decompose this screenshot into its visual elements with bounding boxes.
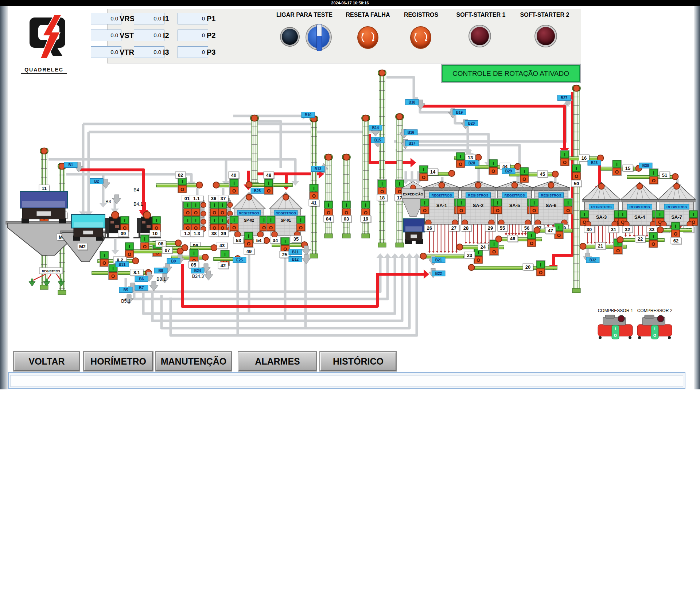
sensor-tag-B15: B15 [371, 137, 384, 143]
tag-box-20: 20 [523, 264, 534, 271]
svg-text:O: O [155, 225, 158, 231]
conveyor-51[interactable]: IO51 [627, 169, 678, 184]
voltar-button[interactable]: VOLTAR [14, 352, 79, 371]
manutencao-button[interactable]: MANUTENÇÃO [156, 352, 232, 371]
sensor-tag-B32: B32 [586, 257, 599, 263]
tag-box-1.1: 1.1 [190, 195, 204, 202]
elevator-18[interactable]: IO18 [377, 70, 388, 248]
sensor-tag-B12: B12 [289, 257, 302, 262]
svg-text:B27: B27 [561, 96, 568, 100]
svg-text:O: O [423, 208, 427, 213]
conveyor-15[interactable]: IO15 [601, 160, 642, 176]
dryer-tower-36[interactable]: IOIOIOIO36373839 [209, 195, 233, 237]
svg-text:62: 62 [673, 238, 678, 244]
tag-box-47: 47 [545, 227, 556, 234]
svg-text:I: I [654, 327, 656, 331]
svg-text:O: O [398, 189, 401, 194]
elevator-03[interactable]: IO03 [341, 154, 352, 238]
svg-text:I: I [567, 200, 569, 206]
hmi-screen: 2024-06-17 16:50:16 QUADRELEC 0.0 VRS 0.… [0, 0, 700, 591]
alarm-message-area [10, 375, 683, 387]
tag-box-07: 07 [162, 247, 173, 254]
dryer-tower-01[interactable]: IOIOIOIO011.11.21.3 [181, 195, 206, 237]
svg-text:23: 23 [467, 253, 472, 258]
pipe [233, 112, 307, 120]
svg-text:43: 43 [219, 243, 225, 248]
silo-SA-4[interactable]: REGISTROSSA-4IOIO3233 [618, 182, 661, 233]
svg-text:B24: B24 [194, 269, 201, 273]
svg-text:M2: M2 [79, 244, 86, 249]
svg-text:I: I [622, 212, 623, 217]
svg-text:I: I [675, 223, 676, 229]
svg-text:COMPRESSOR 1: COMPRESSOR 1 [598, 308, 633, 313]
sensor-tag-B1: B1 [64, 162, 77, 168]
svg-text:O: O [539, 270, 542, 275]
silo-SA-3[interactable]: REGISTROSSA-3IOIO3031 [580, 182, 623, 233]
svg-text:19: 19 [363, 216, 368, 222]
historico-button[interactable]: HISTÓRICO [320, 352, 396, 371]
svg-text:REGISTROS: REGISTROS [591, 205, 612, 209]
svg-text:O: O [213, 210, 216, 215]
tag-box-09: 09 [118, 230, 129, 237]
svg-text:16: 16 [582, 155, 587, 161]
svg-text:B5: B5 [124, 288, 128, 292]
svg-text:EXPEDIÇÃO: EXPEDIÇÃO [403, 192, 423, 196]
cleaning-machine-10[interactable]: IO10 [133, 211, 161, 238]
tag-box-42: 42 [218, 262, 229, 269]
tag-box-22: 22 [635, 236, 646, 243]
compressor[interactable]: COMPRESSOR 1IO [598, 308, 633, 339]
svg-text:I: I [182, 179, 183, 184]
sensor-tag-B24: B24 [191, 268, 204, 273]
diverter-valve[interactable] [149, 281, 158, 291]
label-B4: B4 [133, 187, 139, 193]
svg-text:I: I [124, 218, 125, 223]
sensor-tag-B28: B28 [465, 160, 478, 166]
sensor-tag-B19: B19 [453, 110, 466, 115]
elevator-41[interactable]: IO41 [309, 116, 320, 258]
svg-text:O: O [143, 244, 147, 249]
silo-SP-01[interactable]: REGISTROSSP-01IOIO [267, 193, 306, 241]
svg-text:B15: B15 [374, 138, 381, 142]
svg-text:B16: B16 [408, 131, 415, 135]
tag-box-04: 04 [323, 215, 334, 223]
svg-text:48: 48 [266, 172, 271, 178]
elevator-aux[interactable] [250, 115, 258, 187]
svg-text:46: 46 [510, 236, 515, 241]
svg-text:B18: B18 [409, 100, 416, 104]
svg-text:1.2: 1.2 [184, 231, 191, 236]
tag-box-54: 54 [254, 237, 265, 244]
svg-text:O: O [345, 210, 348, 215]
tag-box-M2: M2 [77, 243, 88, 250]
svg-text:O: O [614, 334, 617, 338]
svg-text:I: I [156, 218, 157, 223]
compressor[interactable]: COMPRESSOR 2IO [637, 308, 673, 339]
svg-text:O: O [327, 210, 330, 215]
silo-SA-6[interactable]: REGISTROSSA-6IOIO5758 [530, 181, 573, 232]
horimetro-button[interactable]: HORÍMETRO [84, 352, 153, 371]
tag-box-29: 29 [485, 225, 496, 232]
svg-text:I: I [224, 252, 226, 257]
truck [20, 191, 67, 223]
tag-box-35: 35 [291, 236, 302, 243]
svg-text:I: I [524, 169, 525, 174]
svg-text:I: I [653, 234, 654, 239]
svg-text:O: O [575, 174, 578, 179]
svg-text:O: O [652, 178, 656, 183]
svg-text:09: 09 [121, 231, 126, 236]
svg-text:51: 51 [662, 172, 667, 178]
svg-text:O: O [557, 233, 561, 238]
svg-text:REGISTROS: REGISTROS [630, 205, 650, 209]
svg-text:I: I [576, 166, 577, 171]
io-indicator[interactable]: IO [100, 251, 109, 267]
alarmes-button[interactable]: ALARMES [238, 352, 316, 371]
elevator-19[interactable]: IO19 [361, 115, 372, 238]
io-indicator[interactable]: IO [456, 152, 465, 168]
svg-text:O: O [232, 188, 236, 194]
svg-text:17: 17 [397, 195, 402, 201]
svg-text:REGISTROS: REGISTROS [468, 193, 489, 197]
svg-text:10: 10 [152, 231, 158, 236]
conveyor-14[interactable]: IO14 [419, 166, 455, 181]
svg-text:B28: B28 [468, 161, 475, 165]
diverter-valve[interactable] [302, 254, 311, 264]
tag-box-50: 50 [571, 180, 582, 187]
